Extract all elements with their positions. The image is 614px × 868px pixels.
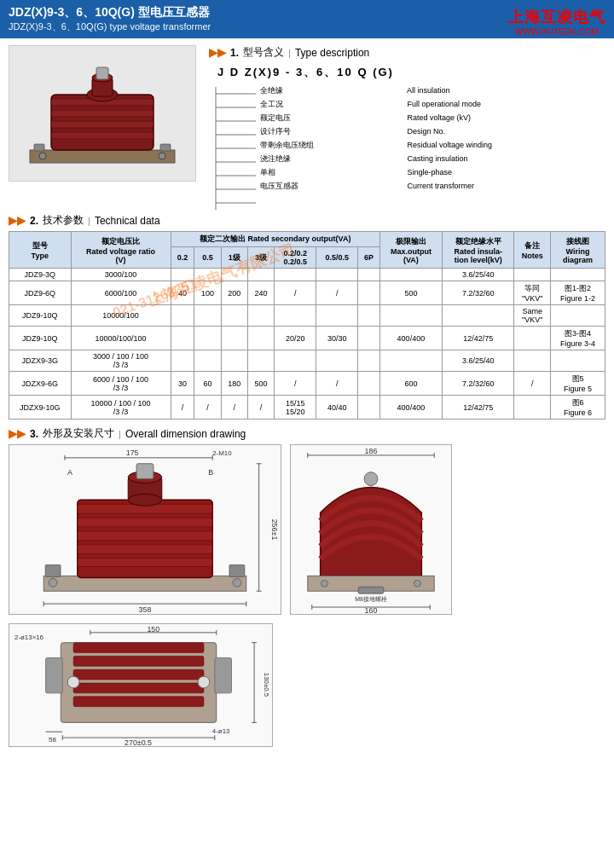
svg-point-59 [364,472,378,486]
section-en: Type description [295,47,369,59]
table-container: 上海互凌电气有限公司 021-31263351 型号Type 额定电压比Rate… [9,231,605,420]
col-6p: 6P [358,247,380,269]
svg-point-45 [233,578,241,587]
svg-rect-12 [34,144,44,151]
svg-text:358: 358 [139,605,152,614]
arrows-icon-3: ▶▶ [9,427,26,440]
svg-rect-37 [78,558,212,567]
svg-rect-82 [215,657,232,692]
svg-point-44 [49,578,57,587]
technical-table: 型号Type 额定电压比Rated voltage ratio(V) 额定二次输… [9,231,605,420]
svg-rect-41 [136,464,154,479]
col-voltage-ratio: 额定电压比Rated voltage ratio(V) [71,232,171,269]
table-row: JDZ9-3Q3000/1003.6/25/40 [9,269,605,281]
drawing-front-view: 175 2-M10 A B [9,444,281,616]
col-max-output: 极限输出Max.output(VA) [379,232,442,269]
svg-rect-36 [78,545,212,554]
svg-text:B: B [208,468,213,477]
svg-rect-78 [73,697,204,707]
section2-num: 2. [30,215,38,227]
col-secondary-output: 额定二次输出 Rated secondary output(VA) [171,232,379,247]
svg-text:M8接地螺栓: M8接地螺栓 [355,596,387,602]
col-wiring: 接线图Wiringdiagram [551,232,605,269]
col-type: 型号Type [9,232,72,269]
svg-text:186: 186 [365,447,378,455]
svg-point-80 [198,676,210,688]
drawing-bottom-view: 2-ø13×16 150 [9,623,605,749]
svg-rect-4 [51,121,154,128]
section1-title: ▶▶ 1. 型号含义 | Type description [209,45,605,60]
col-05: 0.5 [194,247,221,269]
section-technical-data: ▶▶ 2. 技术参数 | Technical data 上海互凌电气有限公司 0… [0,210,614,423]
section2-en: Technical data [95,215,160,227]
col-insulation: 额定绝缘水平Rated insula-tion level(kV) [442,232,513,269]
section3-en: Overall dimension drawing [125,428,246,440]
svg-point-79 [67,676,79,688]
svg-rect-34 [78,518,212,527]
section2-cn: 技术参数 [43,213,84,228]
svg-text:256±1: 256±1 [270,519,279,541]
svg-point-11 [159,153,165,159]
svg-rect-9 [96,67,108,79]
svg-text:A: A [67,468,72,477]
svg-text:2-ø13×16: 2-ø13×16 [14,634,44,641]
section3-num: 3. [30,428,38,440]
svg-rect-13 [160,144,171,151]
svg-point-40 [128,494,162,506]
product-image [9,45,196,182]
svg-point-61 [414,580,420,587]
type-description-section: ▶▶ 1. 型号含义 | Type description J D Z(X)9 … [205,45,605,206]
col-3: 3级 [247,247,274,269]
table-row: JDZX9-6G6000 / 100 / 100 /3 /33060180500… [9,372,605,396]
table-row: JDZ9-10Q10000/100Same "VKV" [9,305,605,327]
col-0505: 0.5/0.5 [316,247,358,269]
company-url: WWW.HUTEGK.COM [508,27,605,37]
table-row: JDZX9-10G10000 / 100 / 100 /3 /3////15/1… [9,396,605,420]
svg-rect-5 [51,132,154,139]
svg-rect-42 [45,565,61,577]
svg-rect-77 [73,683,204,693]
legend-table: 全绝缘 All insulation 全工况 Full operational … [209,84,605,206]
table-row: JDZ9-10Q10000/100/10020/2030/30400/40012… [9,327,605,350]
section-type-description: ▶▶ 1. 型号含义 | Type description J D Z(X)9 … [0,38,614,210]
drawings-area: 175 2-M10 A B [9,444,605,616]
svg-text:130±0.5: 130±0.5 [263,673,270,697]
col-notes: 备注Notes [514,232,551,269]
svg-rect-35 [78,531,212,541]
section-num: 1. [230,47,239,59]
svg-text:150: 150 [147,625,159,634]
svg-rect-81 [46,657,63,692]
arrows-icon: ▶▶ [209,46,226,59]
table-row: JDZ9-6Q6000/10040100200240//5007.2/32/60… [9,281,605,305]
company-name: 上海互凌电气 [508,7,605,27]
svg-point-60 [321,580,328,587]
type-code: J D Z(X)9 - 3、6、10 Q (G) [209,65,605,80]
section3-cn: 外形及安装尺寸 [43,426,114,441]
drawing-side-view: 186 M8接地螺栓 [290,444,452,616]
svg-rect-76 [73,669,204,680]
svg-text:160: 160 [365,606,378,615]
svg-text:4-ø13: 4-ø13 [212,727,230,735]
type-code-text: J D Z(X)9 - 3、6、10 Q (G) [217,65,394,80]
section3-title: ▶▶ 3. 外形及安装尺寸 | Overall dimension drawin… [9,426,605,441]
svg-text:270±0.5: 270±0.5 [125,738,152,747]
arrows-icon-2: ▶▶ [9,214,26,227]
col-020205: 0.2/0.20.2/0.5 [275,247,316,269]
section-dimensions: ▶▶ 3. 外形及安装尺寸 | Overall dimension drawin… [0,423,614,752]
svg-rect-62 [358,587,384,593]
company-logo: 上海互凌电气 WWW.HUTEGK.COM [508,7,605,37]
svg-rect-73 [61,643,216,723]
col-02: 0.2 [171,247,194,269]
svg-text:175: 175 [126,448,139,457]
svg-rect-75 [73,656,204,666]
svg-rect-0 [30,150,175,163]
svg-rect-74 [73,643,204,653]
section-cn: 型号含义 [243,45,284,60]
svg-point-10 [39,153,46,159]
svg-text:58: 58 [49,736,56,744]
table-row: JDZX9-3G3000 / 100 / 100 /3 /33.6/25/40 [9,350,605,372]
svg-rect-43 [229,565,245,577]
svg-text:2-M10: 2-M10 [212,449,232,457]
svg-rect-3 [51,110,154,117]
col-1: 1级 [221,247,247,269]
